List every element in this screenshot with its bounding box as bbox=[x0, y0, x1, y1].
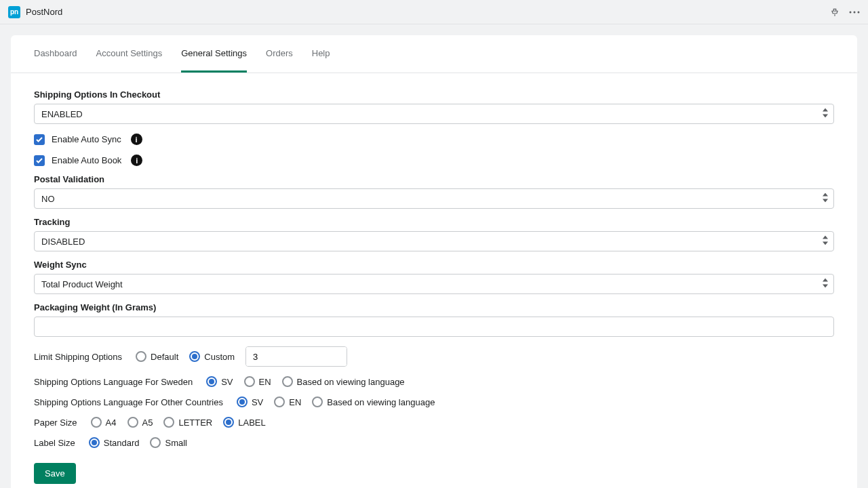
lang-other-viewing-radio[interactable]: Based on viewing language bbox=[312, 396, 435, 407]
weight-sync-label: Weight Sync bbox=[34, 260, 834, 270]
app-title: PostNord bbox=[26, 7, 62, 17]
auto-book-label: Enable Auto Book bbox=[52, 155, 121, 165]
paper-a4-radio[interactable]: A4 bbox=[91, 417, 117, 428]
tabs: Dashboard Account Settings General Setti… bbox=[11, 35, 857, 73]
lang-se-sv-radio[interactable]: SV bbox=[206, 376, 233, 387]
info-icon[interactable]: i bbox=[131, 134, 142, 145]
auto-book-checkbox[interactable] bbox=[34, 155, 45, 166]
app-logo-icon: pn bbox=[8, 6, 20, 18]
tab-dashboard[interactable]: Dashboard bbox=[34, 35, 77, 73]
tab-help[interactable]: Help bbox=[312, 35, 330, 73]
packaging-weight-label: Packaging Weight (In Grams) bbox=[34, 302, 834, 312]
paper-a5-radio[interactable]: A5 bbox=[127, 417, 153, 428]
tracking-select[interactable]: DISABLED bbox=[34, 231, 834, 251]
tab-orders[interactable]: Orders bbox=[266, 35, 293, 73]
postal-validation-select[interactable]: NO bbox=[34, 188, 834, 209]
paper-letter-radio[interactable]: LETTER bbox=[163, 417, 212, 428]
topbar: pn PostNord bbox=[0, 0, 868, 24]
postal-validation-label: Postal Validation bbox=[34, 174, 834, 184]
limit-shipping-label: Limit Shipping Options bbox=[34, 352, 122, 362]
info-icon[interactable]: i bbox=[131, 155, 142, 166]
lang-other-sv-radio[interactable]: SV bbox=[237, 396, 263, 407]
limit-default-radio[interactable]: Default bbox=[136, 351, 178, 362]
label-standard-radio[interactable]: Standard bbox=[89, 437, 140, 448]
pin-icon[interactable] bbox=[830, 7, 840, 17]
lang-se-en-radio[interactable]: EN bbox=[244, 376, 271, 387]
paper-size-label: Paper Size bbox=[34, 418, 77, 428]
packaging-weight-input[interactable] bbox=[34, 317, 834, 337]
page-card: Dashboard Account Settings General Setti… bbox=[11, 35, 857, 488]
save-button[interactable]: Save bbox=[34, 463, 76, 484]
shipping-options-label: Shipping Options In Checkout bbox=[34, 89, 834, 100]
shipping-options-select[interactable]: ENABLED bbox=[34, 104, 834, 124]
label-small-radio[interactable]: Small bbox=[150, 437, 187, 448]
lang-se-viewing-radio[interactable]: Based on viewing language bbox=[282, 376, 405, 387]
limit-number-input[interactable]: ▲ ▼ bbox=[245, 346, 347, 367]
lang-sweden-label: Shipping Options Language For Sweden bbox=[34, 377, 193, 387]
svg-point-1 bbox=[854, 11, 856, 13]
label-size-label: Label Size bbox=[34, 438, 75, 448]
limit-custom-radio[interactable]: Custom bbox=[189, 351, 235, 362]
tracking-label: Tracking bbox=[34, 217, 834, 227]
tab-general-settings[interactable]: General Settings bbox=[181, 35, 247, 73]
svg-point-0 bbox=[850, 11, 852, 13]
weight-sync-select[interactable]: Total Product Weight bbox=[34, 274, 834, 294]
more-icon[interactable] bbox=[849, 11, 860, 14]
tab-account-settings[interactable]: Account Settings bbox=[96, 35, 163, 73]
auto-sync-checkbox[interactable] bbox=[34, 134, 45, 145]
paper-label-radio[interactable]: LABEL bbox=[223, 417, 265, 428]
lang-other-label: Shipping Options Language For Other Coun… bbox=[34, 397, 223, 407]
svg-point-2 bbox=[858, 11, 860, 13]
lang-other-en-radio[interactable]: EN bbox=[274, 396, 301, 407]
auto-sync-label: Enable Auto Sync bbox=[52, 134, 121, 144]
